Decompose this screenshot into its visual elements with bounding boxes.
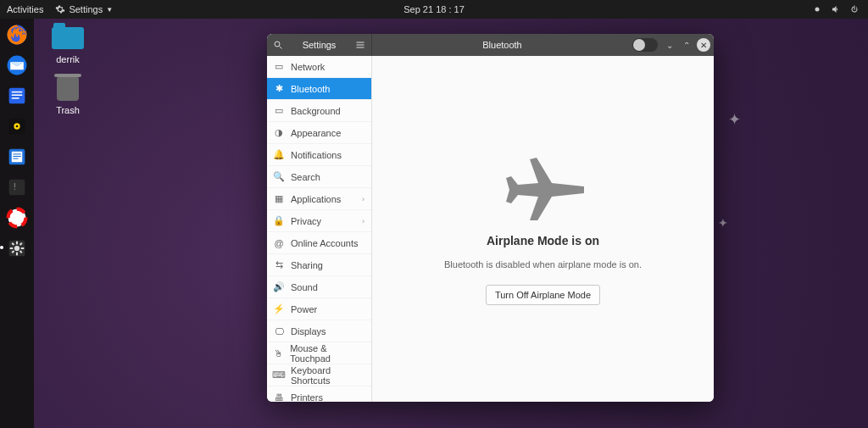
window-minimize[interactable]: ⌄: [663, 38, 676, 52]
dock: !: [0, 19, 34, 428]
sidebar-item-keyboard-shortcuts[interactable]: ⌨Keyboard Shortcuts: [267, 364, 371, 386]
power-icon[interactable]: [849, 4, 860, 14]
sidebar-item-label: Background: [291, 106, 341, 116]
app-menu[interactable]: Settings ▼: [55, 4, 113, 14]
svg-rect-23: [10, 247, 14, 249]
sidebar-item-mouse-touchpad[interactable]: 🖱Mouse & Touchpad: [267, 342, 371, 364]
settings-content: Airplane Mode is on Bluetooth is disable…: [372, 56, 714, 402]
trash-icon: [50, 75, 86, 103]
airplane-icon: [501, 153, 586, 220]
content-heading: Airplane Mode is on: [487, 234, 599, 247]
sidebar-title: Settings: [289, 40, 349, 50]
sidebar-item-label: Network: [291, 62, 325, 72]
sidebar-item-label: Sound: [291, 282, 318, 292]
desktop-icons: derrik Trash: [42, 24, 93, 115]
desktop-trash-label: Trash: [56, 105, 80, 115]
desktop-folder[interactable]: derrik: [42, 24, 93, 64]
panel-title: Bluetooth: [372, 40, 632, 50]
sidebar-item-label: Online Accounts: [291, 238, 359, 248]
dock-thunderbird[interactable]: [4, 53, 30, 78]
chevron-down-icon: ▼: [106, 6, 113, 14]
dock-text-editor[interactable]: [4, 83, 30, 108]
hamburger-icon[interactable]: [349, 34, 371, 56]
svg-rect-12: [13, 153, 20, 154]
sidebar-item-background[interactable]: ▭Background: [267, 100, 371, 122]
chevron-right-icon: ›: [362, 217, 364, 225]
status-indicator-icon[interactable]: [812, 4, 822, 14]
svg-rect-32: [357, 45, 364, 46]
svg-point-9: [16, 125, 19, 128]
window-titlebar[interactable]: Settings Bluetooth ⌄ ⌃ ✕: [267, 34, 714, 56]
folder-icon: [50, 24, 86, 53]
settings-sidebar[interactable]: ▭Network✱Bluetooth▭Background◑Appearance…: [267, 56, 372, 402]
svg-rect-6: [12, 97, 19, 99]
window-close[interactable]: ✕: [697, 38, 710, 52]
sidebar-item-notifications[interactable]: 🔔Notifications: [267, 144, 371, 166]
sidebar-item-privacy[interactable]: 🔒Privacy›: [267, 210, 371, 232]
turn-off-airplane-button[interactable]: Turn Off Airplane Mode: [486, 285, 600, 305]
sidebar-item-bluetooth[interactable]: ✱Bluetooth: [267, 78, 371, 100]
svg-text:!: !: [12, 181, 17, 192]
dock-firefox[interactable]: [4, 22, 30, 47]
svg-rect-22: [16, 253, 18, 256]
wallpaper-sparkle: ✦: [718, 216, 728, 230]
dock-settings[interactable]: [4, 236, 30, 261]
chevron-right-icon: ›: [362, 195, 364, 203]
sidebar-item-label: Search: [291, 172, 320, 182]
settings-window: Settings Bluetooth ⌄ ⌃ ✕ ▭Network✱Blueto…: [267, 34, 714, 402]
sidebar-item-label: Printers: [291, 392, 323, 403]
volume-icon[interactable]: [831, 4, 841, 14]
sidebar-item-label: Displays: [291, 326, 326, 336]
dock-rhythmbox[interactable]: [4, 114, 30, 139]
svg-line-30: [280, 47, 282, 49]
sidebar-search-button[interactable]: [267, 34, 289, 56]
sound-icon: 🔊: [274, 282, 284, 292]
content-subtext: Bluetooth is disabled when airplane mode…: [444, 259, 642, 270]
keyboard-shortcuts-icon: ⌨: [274, 370, 284, 381]
sidebar-item-label: Power: [291, 304, 317, 314]
svg-point-29: [275, 42, 280, 47]
privacy-icon: 🔒: [274, 216, 284, 226]
desktop-trash[interactable]: Trash: [42, 75, 93, 115]
wallpaper-sparkle: ✦: [728, 110, 741, 129]
sidebar-item-sound[interactable]: 🔊Sound: [267, 276, 371, 298]
sidebar-item-label: Applications: [291, 194, 341, 204]
window-maximize[interactable]: ⌃: [680, 38, 693, 52]
dock-help[interactable]: [4, 205, 30, 231]
online-accounts-icon: @: [274, 238, 284, 248]
sidebar-item-label: Mouse & Touchpad: [290, 343, 364, 364]
printers-icon: 🖶: [274, 392, 284, 403]
sidebar-item-search[interactable]: 🔍Search: [267, 166, 371, 188]
gear-icon: [55, 4, 65, 14]
activities-button[interactable]: Activities: [7, 4, 43, 14]
power-icon: ⚡: [274, 304, 284, 314]
sharing-icon: ⇆: [274, 260, 284, 270]
sidebar-item-network[interactable]: ▭Network: [267, 56, 371, 78]
notifications-icon: 🔔: [274, 150, 284, 160]
bluetooth-icon: ✱: [274, 84, 284, 94]
sidebar-item-applications[interactable]: ▦Applications›: [267, 188, 371, 210]
svg-rect-31: [357, 42, 364, 43]
sidebar-item-online-accounts[interactable]: @Online Accounts: [267, 232, 371, 254]
sidebar-item-displays[interactable]: 🖵Displays: [267, 320, 371, 342]
sidebar-item-label: Appearance: [291, 128, 341, 138]
svg-rect-24: [21, 247, 25, 249]
svg-rect-14: [13, 158, 18, 159]
sidebar-item-appearance[interactable]: ◑Appearance: [267, 122, 371, 144]
search-icon: 🔍: [274, 172, 284, 182]
sidebar-item-label: Sharing: [291, 260, 323, 270]
svg-rect-4: [12, 92, 22, 93]
sidebar-item-label: Notifications: [291, 150, 342, 160]
mouse-touchpad-icon: 🖱: [274, 348, 283, 359]
clock[interactable]: Sep 21 18 : 17: [403, 4, 465, 14]
dock-libreoffice[interactable]: [4, 144, 30, 170]
svg-rect-5: [12, 94, 22, 96]
dock-terminal[interactable]: !: [4, 175, 30, 200]
bluetooth-toggle[interactable]: [632, 38, 658, 52]
svg-point-20: [14, 246, 19, 251]
sidebar-item-sharing[interactable]: ⇆Sharing: [267, 254, 371, 276]
sidebar-item-power[interactable]: ⚡Power: [267, 298, 371, 320]
top-bar: Activities Settings ▼ Sep 21 18 : 17: [0, 0, 868, 19]
displays-icon: 🖵: [274, 326, 284, 336]
sidebar-item-printers[interactable]: 🖶Printers: [267, 386, 371, 402]
